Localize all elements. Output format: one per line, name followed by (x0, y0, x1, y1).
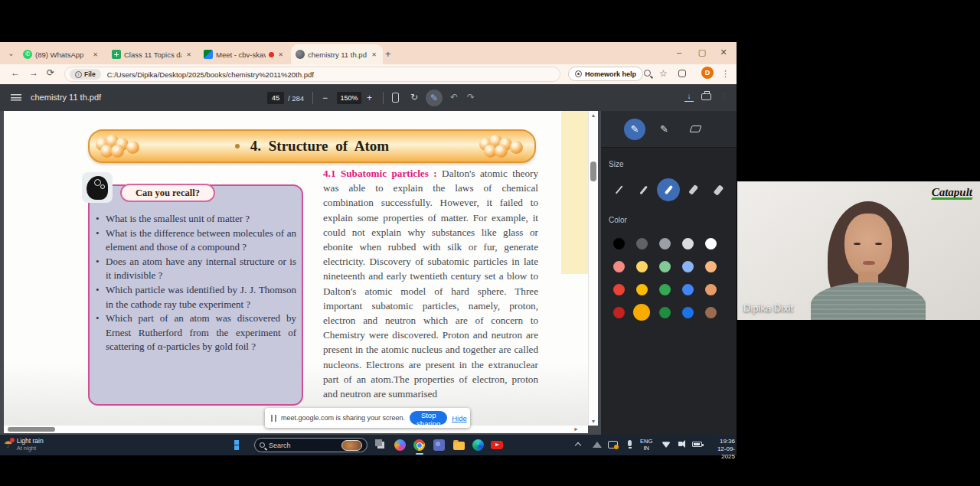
zoom-in-button[interactable]: + (367, 93, 372, 103)
undo-icon[interactable]: ↶ (450, 92, 458, 103)
zoom-out-button[interactable]: − (322, 93, 328, 103)
color-swatch[interactable] (636, 261, 648, 272)
tab-search-chevron-icon[interactable]: ⌄ (5, 47, 18, 60)
close-icon[interactable]: ✕ (185, 51, 193, 58)
search-news-thumbnail (341, 440, 362, 451)
pen-icon: ✎ (631, 123, 639, 135)
url-field[interactable]: i File C:/Users/Dipika/Desktop/2025/book… (64, 67, 560, 82)
close-icon[interactable]: ✕ (91, 51, 100, 58)
extensions-icon[interactable] (678, 70, 686, 77)
hide-link[interactable]: Hide (452, 414, 467, 422)
page-number-input[interactable]: 45 (267, 92, 284, 104)
screen-cast-icon[interactable] (608, 441, 618, 448)
scroll-down-icon[interactable]: ▼ (589, 419, 598, 424)
tab-meet[interactable]: Meet - cbv-skav-vgv ✕ (199, 44, 289, 64)
tray-hidden-icon[interactable] (593, 442, 602, 448)
weather-widget[interactable]: ☂ Light rain At night (4, 437, 44, 452)
taskbar-search[interactable]: Search (254, 438, 368, 452)
color-swatch[interactable] (705, 284, 717, 295)
rotate-icon[interactable]: ↻ (410, 92, 418, 103)
color-swatch[interactable] (705, 238, 717, 250)
browser-menu-icon[interactable]: ⋮ (721, 69, 730, 79)
pen-tool-selected[interactable]: ✎ (624, 119, 645, 140)
annotate-pen-toggle[interactable]: ✎ (426, 90, 443, 106)
tab-whatsapp[interactable]: ✆ (89) WhatsApp ✕ (18, 44, 104, 64)
volume-icon[interactable] (678, 442, 682, 446)
print-icon[interactable] (701, 93, 711, 100)
color-swatch[interactable] (682, 284, 694, 295)
language-indicator[interactable]: ENG IN (640, 438, 652, 452)
color-swatch[interactable] (633, 304, 650, 321)
tab-pdf-active[interactable]: chemistry 11 th.pdf ✕ (291, 44, 383, 64)
windows-start-icon[interactable] (234, 440, 244, 450)
highlighter-icon[interactable]: ✎ (660, 123, 668, 135)
zoom-level[interactable]: 150% (337, 92, 361, 104)
color-swatch[interactable] (636, 238, 648, 250)
color-swatch[interactable] (682, 261, 694, 272)
close-window-button[interactable]: ✕ (717, 47, 730, 57)
minimize-button[interactable]: – (672, 47, 686, 57)
pdf-menu-icon[interactable] (11, 94, 21, 101)
microphone-icon[interactable] (628, 440, 632, 446)
profile-avatar[interactable]: D (701, 67, 714, 79)
thinking-head-icon (82, 172, 113, 203)
scrollbar-thumb[interactable] (8, 427, 55, 432)
fit-page-icon[interactable] (392, 93, 399, 103)
color-swatch[interactable] (659, 238, 671, 250)
color-swatch[interactable] (682, 307, 694, 318)
recall-question-list: What is the smallest unit of matter ? Wh… (96, 212, 296, 354)
scroll-up-icon[interactable]: ▲ (589, 113, 598, 118)
vertical-scrollbar[interactable]: ▲ ▼ (588, 111, 598, 426)
download-icon[interactable]: ↓ (684, 92, 694, 102)
teams-icon[interactable] (433, 439, 445, 451)
section-body: Dalton's atomic theory was able to expla… (323, 168, 538, 400)
scroll-right-icon[interactable]: ► (573, 426, 579, 432)
close-icon[interactable]: ✕ (276, 51, 285, 58)
size-option-2[interactable] (632, 178, 655, 201)
color-swatch[interactable] (613, 261, 625, 272)
reload-icon[interactable]: ⟳ (47, 67, 54, 78)
chrome-icon[interactable] (413, 439, 425, 451)
eraser-icon[interactable] (689, 126, 701, 132)
scrollbar-thumb[interactable] (590, 161, 596, 181)
homework-help-button[interactable]: Homework help (568, 67, 643, 81)
forward-icon[interactable]: → (29, 67, 38, 78)
person-mouth (863, 261, 875, 265)
wifi-icon[interactable] (662, 441, 671, 448)
back-icon[interactable]: ← (11, 67, 20, 78)
size-option-5[interactable] (707, 178, 730, 201)
new-tab-button[interactable]: + (385, 48, 391, 60)
color-swatch[interactable] (659, 307, 671, 318)
color-swatch[interactable] (705, 261, 717, 272)
color-swatch[interactable] (659, 284, 671, 295)
color-swatch[interactable] (682, 238, 694, 250)
color-swatch[interactable] (659, 261, 671, 272)
bookmark-star-icon[interactable]: ☆ (659, 68, 668, 79)
color-swatch[interactable] (705, 307, 717, 318)
size-option-3-selected[interactable] (657, 178, 680, 201)
tray-chevron-icon[interactable] (575, 442, 581, 448)
stop-sharing-button[interactable]: Stop sharing (410, 411, 447, 425)
color-swatch[interactable] (636, 284, 648, 295)
size-option-4[interactable] (682, 178, 705, 201)
chapter-banner: 4. Structure of Atom (88, 129, 536, 163)
copilot-icon[interactable] (394, 439, 406, 451)
file-explorer-icon[interactable] (453, 442, 465, 450)
size-option-1[interactable] (607, 178, 630, 201)
color-swatch[interactable] (613, 238, 625, 250)
edge-icon[interactable] (472, 439, 484, 451)
maximize-button[interactable]: ▢ (695, 47, 709, 57)
close-icon[interactable]: ✕ (370, 51, 378, 58)
task-view-icon[interactable] (375, 439, 387, 451)
youtube-icon[interactable] (491, 441, 503, 449)
search-icon[interactable] (644, 70, 651, 77)
color-swatch[interactable] (613, 284, 625, 295)
redo-icon[interactable]: ↷ (467, 92, 475, 103)
color-swatch[interactable] (613, 307, 625, 318)
person-eye (854, 243, 861, 245)
battery-icon[interactable] (692, 442, 702, 447)
divider (383, 92, 384, 104)
clock[interactable]: 19:36 12-09-2025 (704, 438, 735, 461)
tab-sheets[interactable]: Class 11 Topics date wise / mo ✕ (107, 44, 198, 64)
pdf-more-icon[interactable]: ⋮ (720, 92, 728, 102)
